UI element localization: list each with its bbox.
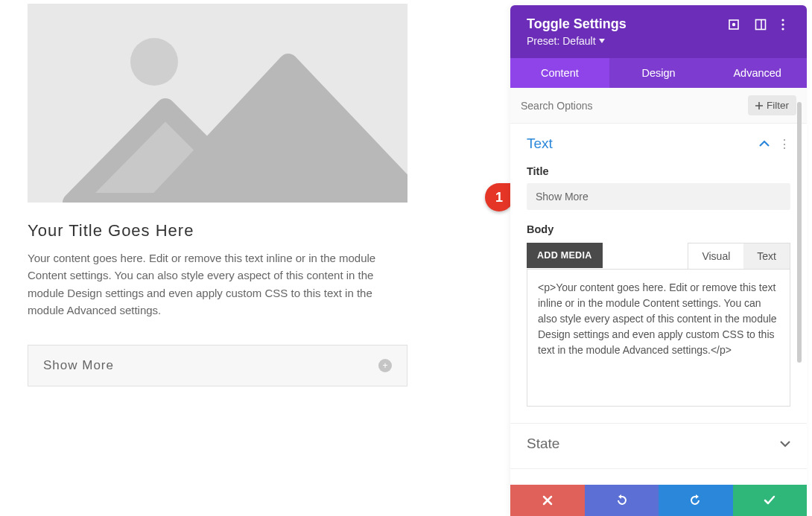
close-icon	[542, 495, 553, 506]
body-textarea[interactable]: <p>Your content goes here. Edit or remov…	[527, 269, 790, 407]
panel-tabs: Content Design Advanced	[510, 58, 807, 88]
tab-content[interactable]: Content	[510, 58, 609, 88]
filter-label: Filter	[767, 100, 789, 111]
plus-icon	[755, 102, 763, 109]
section-text: Text ⋮ Title Body ADD MEDIA Visual Text …	[510, 124, 807, 424]
settings-panel: Toggle Settings Preset: Default Content …	[510, 5, 807, 516]
scrollbar[interactable]	[797, 102, 802, 363]
search-input[interactable]	[521, 100, 748, 112]
search-row: Filter	[510, 88, 807, 124]
section-state-title: State	[527, 436, 559, 452]
section-more-icon[interactable]: ⋮	[778, 137, 790, 151]
toggle-label: Show More	[43, 358, 114, 373]
svg-point-6	[781, 28, 784, 30]
redo-icon	[690, 494, 702, 506]
section-state[interactable]: State	[510, 424, 807, 469]
collapse-icon[interactable]	[759, 140, 770, 147]
layout-icon[interactable]	[755, 19, 767, 31]
more-icon[interactable]	[781, 19, 793, 31]
cancel-button[interactable]	[510, 485, 585, 516]
expand-icon[interactable]	[780, 440, 790, 447]
mountains-icon	[28, 4, 407, 203]
toggle-bar[interactable]: Show More +	[28, 345, 407, 386]
add-media-button[interactable]: ADD MEDIA	[527, 243, 603, 268]
image-placeholder	[28, 4, 407, 203]
save-button[interactable]	[733, 485, 808, 516]
preview-title: Your Title Goes Here	[28, 221, 407, 241]
title-input[interactable]	[527, 183, 790, 210]
preview-body: Your content goes here. Edit or remove t…	[28, 249, 407, 319]
svg-point-1	[732, 23, 735, 26]
preset-label: Preset: Default	[527, 35, 596, 47]
tab-design[interactable]: Design	[609, 58, 708, 88]
editor-tab-text[interactable]: Text	[743, 243, 790, 269]
preview-area: Your Title Goes Here Your content goes h…	[28, 4, 407, 386]
panel-header: Toggle Settings Preset: Default	[510, 5, 807, 58]
svg-rect-2	[756, 20, 766, 30]
check-icon	[764, 495, 775, 506]
editor-tab-visual[interactable]: Visual	[688, 243, 743, 269]
svg-point-5	[781, 23, 784, 25]
expand-icon: +	[378, 359, 392, 372]
body-field-label: Body	[527, 223, 790, 235]
svg-point-4	[781, 19, 784, 21]
filter-button[interactable]: Filter	[748, 95, 796, 115]
title-field-label: Title	[527, 165, 790, 177]
tab-advanced[interactable]: Advanced	[708, 58, 807, 88]
preset-dropdown[interactable]: Preset: Default	[527, 35, 605, 47]
responsive-icon[interactable]	[728, 19, 740, 31]
redo-button[interactable]	[659, 485, 733, 516]
caret-down-icon	[599, 39, 605, 43]
action-bar	[510, 485, 807, 516]
section-text-title: Text	[527, 136, 553, 152]
undo-icon	[615, 494, 627, 506]
undo-button[interactable]	[585, 485, 659, 516]
